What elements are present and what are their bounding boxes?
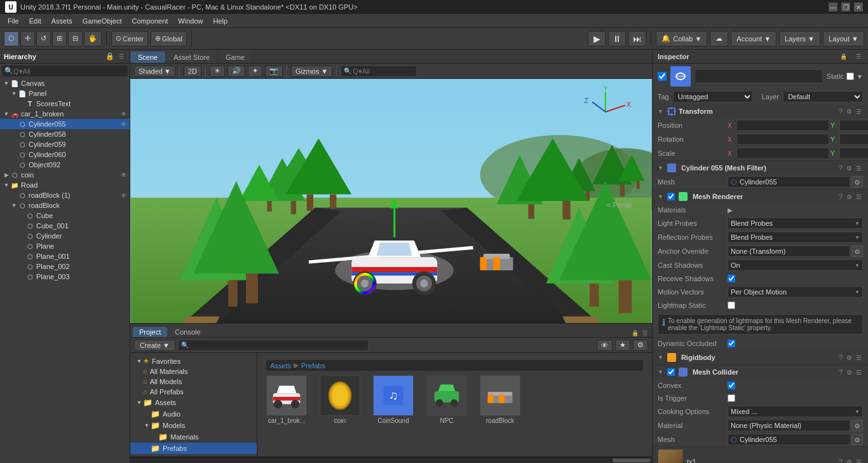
mr-enabled-checkbox[interactable]	[667, 193, 675, 200]
tx-info-btn[interactable]: ?	[837, 458, 844, 464]
center-pivot-button[interactable]: ⊙ Center	[111, 31, 148, 46]
menu-component[interactable]: Component	[126, 16, 173, 26]
expand-arrow-road[interactable]: ▼	[3, 182, 10, 188]
audio-toggle[interactable]: 🔊	[227, 66, 245, 77]
camera-settings[interactable]: 📷	[265, 66, 283, 77]
hierarchy-item-plane002[interactable]: ▶ ⬡ Plane_002	[0, 261, 130, 272]
rb-settings-btn[interactable]: ⚙	[845, 354, 853, 362]
tx-menu-btn[interactable]: ☰	[855, 458, 863, 464]
hierarchy-item-road[interactable]: ▼ 📁 Road	[0, 180, 130, 190]
inspector-menu-btn[interactable]: ☰	[854, 53, 863, 60]
cloud-button[interactable]: ☁	[710, 31, 728, 46]
hierarchy-lock[interactable]: 🔒	[105, 52, 114, 60]
hierarchy-item-roadblock[interactable]: ▼ ⬡ roadBlock	[0, 200, 130, 211]
convex-checkbox[interactable]	[728, 382, 735, 389]
hierarchy-item-cylinder059[interactable]: ▶ ⬡ Cylinder059	[0, 139, 130, 149]
mesh-renderer-header[interactable]: ▼ Mesh Renderer ? ⚙ ☰	[653, 190, 868, 204]
path-prefabs[interactable]: Prefabs	[301, 362, 325, 370]
mesh-picker-btn[interactable]: ⊙	[851, 176, 863, 188]
mesh-filter-header[interactable]: ▼ Cylinder 055 (Mesh Filter) ? ⚙ ☰	[653, 161, 868, 175]
transform-section-header[interactable]: ▼ Transform ? ⚙ ☰	[653, 104, 868, 118]
account-dropdown[interactable]: Account ▼	[731, 31, 776, 46]
cooking-options-dropdown[interactable]: Mixed ...	[728, 406, 863, 417]
menu-window[interactable]: Window	[173, 16, 208, 26]
transform-tool-button[interactable]: 🖐	[84, 31, 102, 46]
hierarchy-item-plane003[interactable]: ▶ ⬡ Plane_003	[0, 272, 130, 282]
scale-y-input[interactable]: 1	[839, 148, 868, 159]
mc-menu-btn[interactable]: ☰	[855, 368, 863, 377]
hierarchy-content[interactable]: ▼ 📄 Canvas ▼ 📄 Panel ▶ T ScoresText ▼ 🚗	[0, 78, 130, 463]
scene-viewport[interactable]: X Y Z < Persp	[130, 79, 652, 323]
step-button[interactable]: ⏭	[628, 31, 646, 46]
file-item-npc[interactable]: NPC	[423, 373, 471, 427]
menu-file[interactable]: File	[3, 16, 24, 26]
anchor-override-btn[interactable]: ⊙	[851, 245, 863, 257]
scale-x-input[interactable]: 1	[736, 148, 829, 159]
file-item-roadblock[interactable]: roadBlock	[476, 373, 524, 427]
mr-menu-btn[interactable]: ☰	[855, 193, 863, 201]
materials-expand[interactable]: ▶	[728, 207, 733, 214]
project-search-input[interactable]	[189, 342, 365, 349]
rot-x-input[interactable]: -90.000	[736, 134, 829, 145]
hierarchy-item-plane[interactable]: ▶ ⬡ Plane	[0, 241, 130, 251]
expand-arrow-car1broken[interactable]: ▼	[3, 111, 10, 117]
cast-shadows-dropdown[interactable]: On	[728, 259, 863, 271]
tab-project[interactable]: Project	[133, 327, 167, 337]
layer-dropdown[interactable]: Default	[783, 91, 863, 102]
hand-tool-button[interactable]: ⬡	[4, 31, 19, 46]
hierarchy-item-cube[interactable]: ▶ ⬡ Cube	[0, 211, 130, 221]
mc-settings-btn[interactable]: ⚙	[845, 368, 853, 377]
mf-info-btn[interactable]: ?	[837, 164, 844, 172]
tab-scene[interactable]: Scene	[130, 52, 166, 63]
hierarchy-item-panel[interactable]: ▼ 📄 Panel	[0, 88, 130, 99]
light-probes-dropdown[interactable]: Blend Probes	[728, 218, 863, 229]
pause-button[interactable]: ⏸	[608, 31, 626, 46]
sidebar-audio[interactable]: ▶ 📁 Audio	[130, 408, 257, 420]
tx-settings-btn[interactable]: ⚙	[845, 458, 853, 464]
gizmos-dropdown[interactable]: Gizmos ▼	[291, 66, 332, 77]
maximize-button[interactable]: ❐	[841, 3, 850, 11]
scene-search-bar[interactable]: 🔍	[341, 66, 417, 77]
menu-edit[interactable]: Edit	[24, 16, 46, 26]
rigidbody-header[interactable]: ▼ Rigidbody ? ⚙ ☰	[653, 350, 868, 364]
inspector-lock-btn[interactable]: 🔒	[838, 53, 849, 60]
menu-help[interactable]: Help	[208, 16, 233, 26]
mc-info-btn[interactable]: ?	[837, 368, 844, 377]
is-trigger-checkbox[interactable]	[728, 394, 735, 402]
mr-settings-btn[interactable]: ⚙	[845, 193, 853, 201]
scale-tool-button[interactable]: ⊞	[52, 31, 67, 46]
mr-info-btn[interactable]: ?	[837, 193, 844, 201]
tab-game[interactable]: Game	[218, 52, 253, 63]
hierarchy-item-canvas[interactable]: ▼ 📄 Canvas	[0, 78, 130, 88]
transform-settings-btn[interactable]: ⚙	[845, 107, 853, 116]
hierarchy-item-coin[interactable]: ▶ ⬡ coin 👁	[0, 170, 130, 180]
obj-active-checkbox[interactable]	[658, 72, 667, 81]
file-item-coinsound[interactable]: ♫ CoinSound	[369, 373, 417, 427]
static-dropdown-arrow[interactable]: ▼	[857, 73, 863, 80]
sidebar-models[interactable]: ▼ 📁 Models	[130, 420, 257, 431]
lightmap-static-checkbox[interactable]	[728, 301, 735, 309]
sidebar-assets[interactable]: ▼ 📁 Assets	[130, 397, 257, 408]
play-button[interactable]: ▶	[588, 31, 606, 46]
tab-asset-store[interactable]: Asset Store	[166, 52, 218, 63]
project-menu-btn[interactable]: ☰	[641, 329, 649, 337]
reflection-probes-dropdown[interactable]: Blend Probes	[728, 232, 863, 243]
pos-y-input[interactable]: 0.17876	[839, 120, 868, 131]
mc-mesh-picker-btn[interactable]: ⊙	[851, 434, 863, 445]
cyl055-visibility[interactable]: 👁	[121, 121, 127, 128]
hierarchy-item-plane001[interactable]: ▶ ⬡ Plane_001	[0, 251, 130, 261]
global-local-button[interactable]: ⊕ Global	[151, 31, 187, 46]
hierarchy-search-input[interactable]	[13, 67, 125, 75]
hierarchy-item-cylinder058[interactable]: ▶ ⬡ Cylinder058	[0, 129, 130, 139]
project-search-container[interactable]: 🔍	[178, 340, 369, 351]
hierarchy-item-scorestext[interactable]: ▶ T ScoresText	[0, 99, 130, 109]
dynamic-occluded-checkbox[interactable]	[728, 340, 735, 347]
hierarchy-item-car1broken[interactable]: ▼ 🚗 car_1_broken 👁	[0, 109, 130, 119]
rotate-tool-button[interactable]: ↺	[36, 31, 51, 46]
sidebar-prefabs[interactable]: ▶ 📁 Prefabs	[130, 443, 257, 454]
hierarchy-item-object092[interactable]: ▶ ⬡ Object092	[0, 160, 130, 170]
project-lock-btn[interactable]: 🔒	[630, 329, 641, 337]
scroll-thumb[interactable]	[613, 459, 651, 462]
hierarchy-tab[interactable]: Hierarchy	[4, 53, 36, 60]
receive-shadows-checkbox[interactable]	[728, 275, 735, 282]
